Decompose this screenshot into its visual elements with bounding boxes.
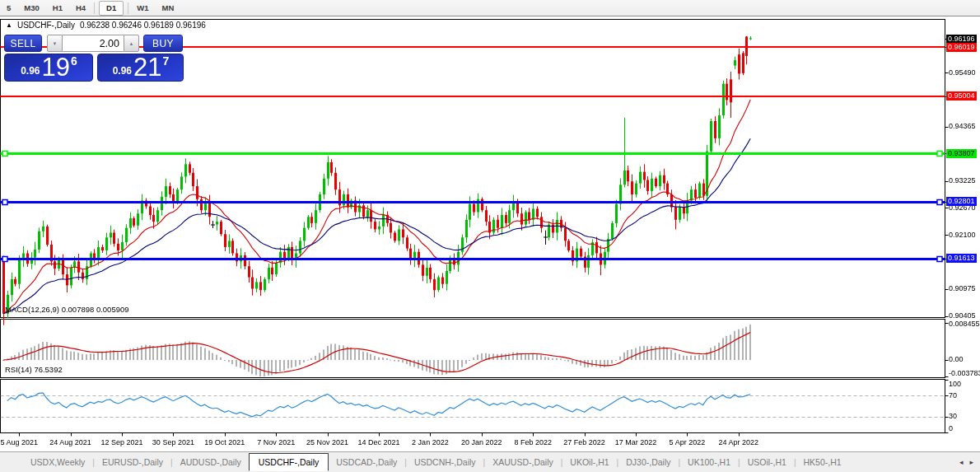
volume-increase-button[interactable]: ▲ bbox=[124, 35, 139, 52]
price-chart-canvas[interactable] bbox=[0, 16, 980, 451]
timeframe-item-w1[interactable]: W1 bbox=[130, 1, 155, 16]
tab-dj30-daily[interactable]: DJ30-,Daily bbox=[618, 454, 678, 470]
date-label: 19 Oct 2021 bbox=[204, 438, 245, 446]
tab-xauusd-daily[interactable]: XAUUSD-,Daily bbox=[485, 454, 561, 470]
price-badge: 0.92801 bbox=[946, 197, 977, 206]
tab-usdchf-daily[interactable]: USDCHF-,Daily bbox=[249, 453, 329, 471]
buy-price-pipette: 7 bbox=[163, 54, 170, 68]
buy-price-big-digits: 21 bbox=[133, 55, 161, 80]
axis-tick-label: 0.93225 bbox=[949, 176, 976, 185]
tab-ukoil-h1[interactable]: UKOil-,H1 bbox=[562, 454, 616, 470]
sell-button[interactable]: SELL bbox=[4, 35, 42, 52]
timeframe-item-mn[interactable]: MN bbox=[156, 1, 181, 16]
date-label: 27 Feb 2022 bbox=[563, 438, 605, 446]
axis-tick-label: 30 bbox=[949, 412, 957, 420]
price-badge: 0.96019 bbox=[946, 43, 977, 52]
timeframe-item-h1[interactable]: H1 bbox=[46, 1, 69, 16]
chart-window: ▲ USDCHF-,Daily 0.96238 0.96246 0.96189 … bbox=[0, 16, 980, 451]
date-label: 7 Nov 2021 bbox=[257, 438, 295, 446]
timeframe-item-5[interactable]: 5 bbox=[0, 1, 17, 16]
sell-price-pipette: 6 bbox=[71, 54, 77, 68]
date-label: 14 Dec 2021 bbox=[357, 438, 399, 446]
axis-tick-label: 0 bbox=[949, 424, 953, 432]
tab-hk50-h1[interactable]: HK50-,H1 bbox=[796, 454, 849, 470]
date-label: 20 Jan 2022 bbox=[461, 438, 502, 446]
axis-tick-label: 0.95490 bbox=[949, 68, 976, 77]
chart-ohlc-values: 0.96238 0.96246 0.96189 0.96196 bbox=[80, 21, 206, 30]
volume-input[interactable] bbox=[63, 35, 124, 52]
macd-indicator-label: MACD(12,26,9) 0.007898 0.005909 bbox=[5, 305, 129, 314]
timeframe-item-m30[interactable]: M30 bbox=[17, 1, 45, 16]
axis-tick-label: 0.008455 bbox=[949, 320, 980, 328]
date-label: 25 Nov 2021 bbox=[306, 438, 348, 446]
date-label: 5 Apr 2022 bbox=[670, 438, 706, 446]
buy-price-prefix: 0.96 bbox=[113, 65, 132, 77]
tab-usdcad-daily[interactable]: USDCAD-,Daily bbox=[329, 454, 404, 470]
axis-tick-label: 100 bbox=[949, 380, 961, 388]
tab-usdcnh-daily[interactable]: USDCNH-,Daily bbox=[407, 454, 483, 470]
axis-tick-label: 70 bbox=[949, 391, 957, 400]
buy-price-button[interactable]: 0.96 21 7 bbox=[97, 54, 184, 82]
tab-scroll-left-icon[interactable]: ◂ bbox=[959, 458, 964, 466]
buy-button[interactable]: BUY bbox=[143, 35, 183, 52]
date-label: 24 Aug 2021 bbox=[49, 438, 91, 446]
timeframe-toolbar: 5M30H1H4D1W1MN bbox=[0, 0, 980, 16]
timeframe-item-d1[interactable]: D1 bbox=[99, 1, 124, 16]
sell-price-button[interactable]: 0.96 19 6 bbox=[4, 54, 93, 82]
tab-uk100-h1[interactable]: UK100-,H1 bbox=[680, 454, 738, 470]
date-label: 5 Aug 2021 bbox=[0, 438, 38, 446]
axis-tick-label: 0.94365 bbox=[949, 122, 976, 130]
rsi-indicator-label: RSI(14) 76.5392 bbox=[5, 365, 63, 374]
price-badge: 0.91613 bbox=[946, 254, 977, 263]
date-label: 17 Mar 2022 bbox=[615, 438, 657, 446]
axis-tick-label: 0.90975 bbox=[949, 284, 976, 292]
axis-tick-label: -0.003783 bbox=[949, 369, 980, 377]
chart-symbol-label: USDCHF-,Daily bbox=[17, 21, 75, 30]
axis-tick-label: 0.90405 bbox=[949, 311, 976, 320]
date-label: 2 Jan 2022 bbox=[412, 438, 449, 446]
volume-decrease-button[interactable]: ▼ bbox=[47, 35, 63, 52]
price-badge: 0.93807 bbox=[946, 149, 977, 158]
sell-price-prefix: 0.96 bbox=[21, 65, 40, 77]
tab-audusd-daily[interactable]: AUDUSD-,Daily bbox=[173, 454, 249, 470]
sell-price-big-digits: 19 bbox=[42, 55, 70, 80]
tab-scroll-right-icon[interactable]: ▸ bbox=[969, 458, 973, 466]
tab-usdx-weekly[interactable]: USDX,Weekly bbox=[23, 454, 92, 470]
tab-usoil-h1[interactable]: USOil-,H1 bbox=[740, 454, 794, 470]
date-label: 24 Apr 2022 bbox=[719, 438, 759, 446]
date-label: 30 Sep 2021 bbox=[152, 438, 194, 446]
date-label: 8 Feb 2022 bbox=[514, 438, 552, 446]
price-badge: 0.95004 bbox=[946, 91, 977, 100]
toolbar-separator bbox=[94, 2, 95, 14]
timeframe-item-h4[interactable]: H4 bbox=[69, 1, 92, 16]
axis-tick-label: 0.00 bbox=[949, 355, 964, 363]
axis-tick-label: 0.92100 bbox=[949, 231, 976, 239]
chart-tab-bar: USDX,Weekly|EURUSD-,Daily|AUDUSD-,DailyU… bbox=[0, 451, 980, 472]
one-click-trade-panel: SELL ▼ ▲ BUY 0.96 19 6 0.96 21 7 bbox=[4, 35, 184, 82]
collapse-arrow-icon[interactable]: ▲ bbox=[6, 21, 12, 29]
chart-title: ▲ USDCHF-,Daily 0.96238 0.96246 0.96189 … bbox=[6, 21, 206, 30]
tab-eurusd-daily[interactable]: EURUSD-,Daily bbox=[95, 454, 170, 470]
toolbar-separator bbox=[128, 2, 128, 14]
date-label: 12 Sep 2021 bbox=[100, 438, 142, 446]
